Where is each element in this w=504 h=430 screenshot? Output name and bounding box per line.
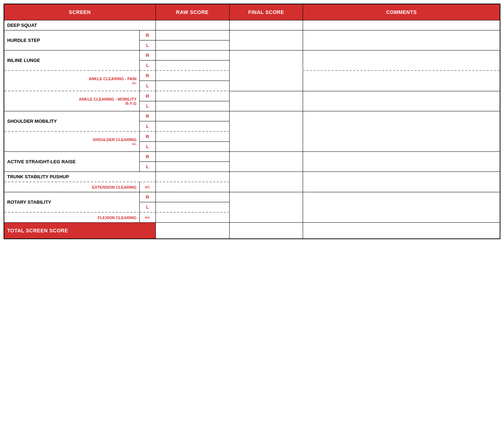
ankle-pain-l-label: L <box>140 81 156 91</box>
deep-squat-label: DEEP SQUAT <box>4 20 155 30</box>
total-final[interactable] <box>229 223 303 239</box>
ankle-clearing-mobility-r-row: ANKLE CLEARING - MOBILITY R-Y-G R <box>4 91 500 101</box>
ankle-mobility-r-label: R <box>140 91 156 101</box>
deep-squat-comments[interactable] <box>303 20 500 30</box>
aslr-r-row: ACTIVE STRAIGHT-LEG RAISE R <box>4 152 500 162</box>
shoulder-mobility-final[interactable] <box>229 111 303 152</box>
aslr-l-label: L <box>140 162 156 172</box>
trunk-stability-final[interactable] <box>229 172 303 192</box>
header-raw-score: RAW SCORE <box>155 4 229 20</box>
rotary-stability-label: ROTARY STABILITY <box>4 192 140 213</box>
ankle-pain-r-raw[interactable] <box>155 71 229 81</box>
aslr-comments[interactable] <box>303 152 500 172</box>
header-final-score: FINAL SCORE <box>229 4 303 20</box>
shoulder-mobility-r-raw[interactable] <box>155 111 229 121</box>
ankle-mobility-l-label: L <box>140 101 156 111</box>
extension-clearing-raw[interactable] <box>155 182 229 192</box>
extension-clearing-label: EXTENSION CLEARING <box>4 182 140 192</box>
ankle-clearing-pain-label: ANKLE CLEARING - PAIN +/- <box>4 71 140 91</box>
aslr-r-label: R <box>140 152 156 162</box>
inline-lunge-r-raw[interactable] <box>155 50 229 61</box>
trunk-stability-raw[interactable] <box>155 172 229 182</box>
aslr-l-raw[interactable] <box>155 162 229 172</box>
hurdle-step-comments[interactable] <box>303 30 500 50</box>
rotary-stability-final[interactable] <box>229 192 303 223</box>
hurdle-step-l-raw[interactable] <box>155 40 229 50</box>
inline-lunge-label: INLINE LUNGE <box>4 50 140 71</box>
inline-lunge-final[interactable] <box>229 50 303 91</box>
ankle-mobility-final[interactable] <box>229 91 303 111</box>
inline-lunge-r-row: INLINE LUNGE R <box>4 50 500 61</box>
extension-clearing-sub: +/- <box>140 182 156 192</box>
trunk-stability-row: TRUNK STABILITY PUSHUP <box>4 172 500 182</box>
ankle-pain-comments[interactable] <box>303 71 500 91</box>
inline-lunge-l-label: L <box>140 61 156 71</box>
total-row: TOTAL SCREEN SCORE <box>4 223 500 239</box>
flexion-clearing-sub: +/- <box>140 212 156 223</box>
ankle-mobility-r-raw[interactable] <box>155 91 229 101</box>
hurdle-step-r-raw[interactable] <box>155 30 229 40</box>
trunk-stability-comments[interactable] <box>303 172 500 192</box>
trunk-stability-label: TRUNK STABILITY PUSHUP <box>4 172 155 182</box>
shoulder-clearing-label: SHOULDER CLEARING +/- <box>4 131 140 152</box>
ankle-mobility-comments[interactable] <box>303 91 500 111</box>
rotary-stability-comments[interactable] <box>303 192 500 223</box>
ankle-pain-l-raw[interactable] <box>155 81 229 91</box>
shoulder-clearing-r-raw[interactable] <box>155 131 229 142</box>
shoulder-mobility-r-row: SHOULDER MOBILITY R <box>4 111 500 121</box>
deep-squat-final[interactable] <box>229 20 303 30</box>
flexion-clearing-raw[interactable] <box>155 212 229 223</box>
rotary-stability-r-raw[interactable] <box>155 192 229 202</box>
ankle-pain-r-label: R <box>140 71 156 81</box>
rotary-stability-r-row: ROTARY STABILITY R <box>4 192 500 202</box>
shoulder-clearing-r-label: R <box>140 131 156 142</box>
rotary-stability-r-label: R <box>140 192 156 202</box>
rotary-stability-l-raw[interactable] <box>155 202 229 213</box>
inline-lunge-r-label: R <box>140 50 156 61</box>
shoulder-mobility-comments[interactable] <box>303 111 500 152</box>
header-row: SCREEN RAW SCORE FINAL SCORE COMMENTS <box>4 4 500 20</box>
deep-squat-raw[interactable] <box>155 20 229 30</box>
shoulder-mobility-l-raw[interactable] <box>155 121 229 132</box>
shoulder-clearing-l-raw[interactable] <box>155 142 229 152</box>
hurdle-step-final[interactable] <box>229 30 303 50</box>
hurdle-step-l-label: L <box>140 40 156 50</box>
inline-lunge-l-raw[interactable] <box>155 61 229 71</box>
ankle-mobility-l-raw[interactable] <box>155 101 229 111</box>
ankle-clearing-mobility-label: ANKLE CLEARING - MOBILITY R-Y-G <box>4 91 140 111</box>
header-screen: SCREEN <box>4 4 155 20</box>
total-raw[interactable] <box>155 223 229 239</box>
shoulder-mobility-l-label: L <box>140 121 156 132</box>
shoulder-mobility-label: SHOULDER MOBILITY <box>4 111 140 132</box>
inline-lunge-comments[interactable] <box>303 50 500 71</box>
shoulder-mobility-r-label: R <box>140 111 156 121</box>
hurdle-step-r-label: R <box>140 30 156 40</box>
deep-squat-row: DEEP SQUAT <box>4 20 500 30</box>
shoulder-clearing-l-label: L <box>140 142 156 152</box>
flexion-clearing-label: FLEXION CLEARING <box>4 212 140 223</box>
hurdle-step-r-row: HURDLE STEP R <box>4 30 500 40</box>
aslr-r-raw[interactable] <box>155 152 229 162</box>
aslr-label: ACTIVE STRAIGHT-LEG RAISE <box>4 152 140 172</box>
header-comments: COMMENTS <box>303 4 500 20</box>
aslr-final[interactable] <box>229 152 303 172</box>
total-label: TOTAL SCREEN SCORE <box>4 223 155 239</box>
hurdle-step-label: HURDLE STEP <box>4 30 140 50</box>
rotary-stability-l-label: L <box>140 202 156 213</box>
total-comments[interactable] <box>303 223 500 239</box>
